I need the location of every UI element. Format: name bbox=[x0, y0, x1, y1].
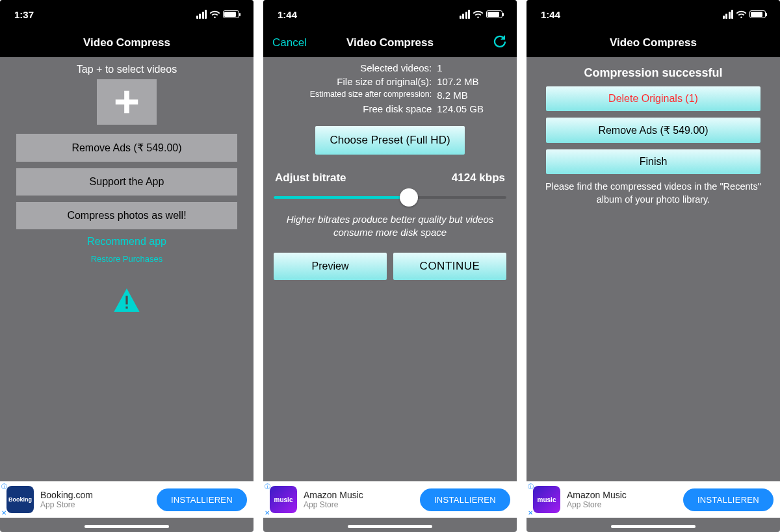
status-indicators bbox=[460, 10, 503, 19]
compress-photos-button[interactable]: Compress photos as well! bbox=[16, 202, 237, 229]
ad-title: Amazon Music bbox=[304, 490, 413, 500]
stat-estimated-label: Estimated size after compression: bbox=[292, 90, 432, 101]
add-videos-button[interactable] bbox=[97, 79, 157, 125]
ad-info-icon[interactable]: ⓘ bbox=[528, 483, 534, 491]
slider-fill bbox=[274, 196, 409, 199]
bitrate-hint: Higher bitrates produce better quality b… bbox=[263, 207, 517, 240]
ad-install-button[interactable]: INSTALLIEREN bbox=[420, 488, 510, 511]
refresh-button[interactable] bbox=[492, 34, 508, 52]
wifi-icon bbox=[209, 10, 220, 19]
page-title: Video Compress bbox=[83, 36, 170, 49]
svg-rect-0 bbox=[125, 296, 127, 304]
clock: 1:37 bbox=[14, 9, 34, 20]
clock: 1:44 bbox=[278, 9, 297, 20]
stat-selected-label: Selected videos: bbox=[292, 62, 432, 73]
remove-ads-button[interactable]: Remove Ads (₹ 549.00) bbox=[546, 118, 760, 143]
ad-app-icon: music bbox=[533, 486, 560, 513]
ad-install-button[interactable]: INSTALLIEREN bbox=[683, 488, 774, 511]
screen-result: 1:44 Video Compress Compression successf… bbox=[526, 0, 780, 532]
ad-title: Amazon Music bbox=[567, 490, 677, 500]
bitrate-slider[interactable] bbox=[274, 188, 506, 207]
warning-icon[interactable] bbox=[114, 288, 140, 312]
wifi-icon bbox=[473, 10, 484, 19]
ad-text: Amazon Music App Store bbox=[304, 490, 413, 509]
screen-home: 1:37 Video Compress Tap + to select vide… bbox=[0, 0, 254, 532]
ad-app-icon: music bbox=[270, 486, 297, 513]
ad-subtitle: App Store bbox=[567, 500, 677, 509]
wifi-icon bbox=[736, 10, 747, 19]
ad-close-icon[interactable]: ✕ bbox=[265, 509, 270, 516]
battery-icon bbox=[486, 10, 502, 18]
plus-icon bbox=[112, 87, 142, 117]
stat-filesize-value: 107.2 MB bbox=[437, 76, 488, 87]
status-indicators bbox=[196, 10, 240, 19]
stat-freespace-value: 124.05 GB bbox=[437, 103, 488, 114]
ad-text: Amazon Music App Store bbox=[567, 490, 677, 509]
ad-text: Booking.com App Store bbox=[40, 490, 150, 509]
home-indicator[interactable] bbox=[611, 525, 696, 528]
cancel-button[interactable]: Cancel bbox=[272, 36, 307, 49]
stat-filesize-label: File size of original(s): bbox=[292, 76, 432, 87]
result-note: Please find the compressed videos in the… bbox=[526, 174, 780, 206]
ad-subtitle: App Store bbox=[304, 500, 413, 509]
ad-subtitle: App Store bbox=[40, 500, 150, 509]
page-title: Video Compress bbox=[610, 36, 697, 49]
ad-info-icon[interactable]: ⓘ bbox=[265, 483, 270, 491]
bitrate-value: 4124 kbps bbox=[452, 171, 505, 184]
svg-rect-1 bbox=[125, 307, 127, 309]
stat-selected-value: 1 bbox=[437, 62, 488, 73]
nav-bar: Video Compress bbox=[526, 29, 780, 57]
preview-button[interactable]: Preview bbox=[274, 253, 387, 280]
screen-settings: 1:44 Cancel Video Compress Selected vide… bbox=[263, 0, 517, 532]
status-bar: 1:37 bbox=[0, 0, 254, 29]
nav-bar: Cancel Video Compress bbox=[263, 29, 517, 57]
refresh-icon bbox=[492, 34, 508, 49]
stat-estimated-value: 8.2 MB bbox=[437, 90, 488, 101]
nav-bar: Video Compress bbox=[0, 29, 254, 57]
ad-close-icon[interactable]: ✕ bbox=[1, 509, 6, 516]
recommend-link[interactable]: Recommend app bbox=[0, 236, 254, 247]
ad-banner[interactable]: ⓘ ✕ Booking Booking.com App Store INSTAL… bbox=[0, 481, 254, 518]
home-indicator[interactable] bbox=[84, 525, 169, 528]
battery-icon bbox=[749, 10, 766, 18]
remove-ads-button[interactable]: Remove Ads (₹ 549.00) bbox=[16, 134, 237, 162]
clock: 1:44 bbox=[541, 9, 560, 20]
choose-preset-button[interactable]: Choose Preset (Full HD) bbox=[315, 126, 464, 155]
success-heading: Compression successful bbox=[526, 66, 780, 80]
cellular-icon bbox=[460, 10, 471, 19]
slider-thumb[interactable] bbox=[400, 188, 418, 207]
delete-originals-button[interactable]: Delete Originals (1) bbox=[546, 86, 760, 111]
page-title: Video Compress bbox=[346, 36, 434, 49]
restore-purchases-link[interactable]: Restore Purchases bbox=[0, 254, 254, 264]
cellular-icon bbox=[723, 10, 734, 19]
compression-stats: Selected videos:1 File size of original(… bbox=[263, 61, 517, 116]
ad-app-icon: Booking bbox=[6, 486, 34, 513]
status-indicators bbox=[723, 10, 766, 19]
battery-icon bbox=[223, 10, 239, 18]
cellular-icon bbox=[196, 10, 207, 19]
select-hint: Tap + to select videos bbox=[0, 64, 254, 75]
status-bar: 1:44 bbox=[263, 0, 517, 29]
ad-banner[interactable]: ⓘ ✕ music Amazon Music App Store INSTALL… bbox=[526, 481, 780, 518]
ad-info-icon[interactable]: ⓘ bbox=[1, 483, 7, 491]
status-bar: 1:44 bbox=[526, 0, 780, 29]
ad-install-button[interactable]: INSTALLIEREN bbox=[157, 488, 247, 511]
home-indicator[interactable] bbox=[348, 525, 432, 528]
stat-freespace-label: Free disk space bbox=[292, 103, 432, 114]
ad-close-icon[interactable]: ✕ bbox=[528, 509, 533, 516]
ad-banner[interactable]: ⓘ ✕ music Amazon Music App Store INSTALL… bbox=[263, 481, 517, 518]
ad-title: Booking.com bbox=[40, 490, 150, 500]
finish-button[interactable]: Finish bbox=[546, 149, 760, 174]
support-app-button[interactable]: Support the App bbox=[16, 168, 237, 196]
continue-button[interactable]: CONTINUE bbox=[393, 253, 506, 280]
bitrate-label: Adjust bitrate bbox=[275, 171, 346, 184]
